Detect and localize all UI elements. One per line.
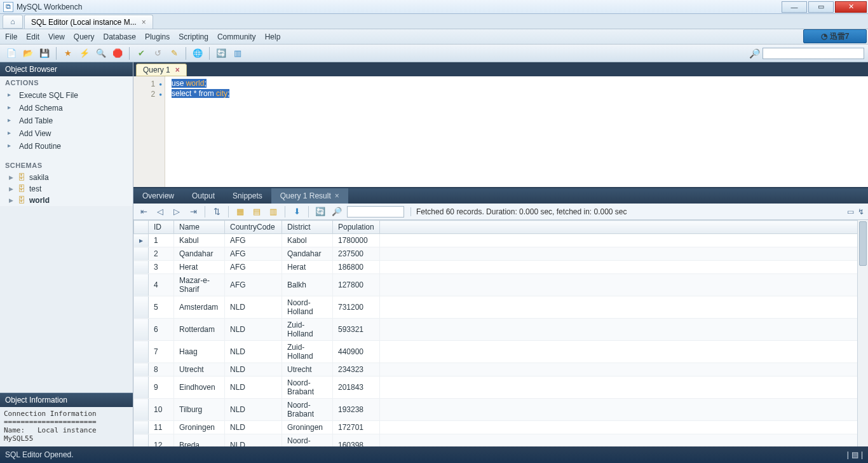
close-icon[interactable]: × [175,66,180,74]
menu-help[interactable]: Help [265,32,281,41]
cell[interactable]: Noord-Brabant [282,377,333,399]
column-countrycode[interactable]: CountryCode [225,221,282,234]
cell[interactable]: Mazar-e-Sharif [174,274,225,296]
cell[interactable]: NLD [225,363,282,377]
menu-community[interactable]: Community [217,32,256,41]
cell[interactable]: 11 [149,421,174,434]
sync-icon[interactable]: 🔄 [215,47,227,60]
close-icon[interactable]: × [142,18,146,27]
tab-snippets[interactable]: Snippets [224,188,271,204]
vertical-scrollbar[interactable] [857,220,868,446]
action-add-routine[interactable]: Add Routine [0,140,133,153]
cell[interactable]: Breda [174,434,225,447]
schema-sakila[interactable]: ▶🗄sakila [0,172,133,183]
stop-icon[interactable]: 🛑 [111,47,124,60]
commit-icon[interactable]: ✔ [135,47,147,60]
cell[interactable]: 4 [149,274,174,296]
row-selector[interactable] [134,399,149,421]
menu-scripting[interactable]: Scripting [179,32,208,41]
cell[interactable]: 237500 [333,247,380,261]
cell[interactable]: AFG [225,247,282,261]
close-icon[interactable]: × [335,191,339,200]
cell[interactable]: 1780000 [333,234,380,247]
column-district[interactable]: District [282,221,333,234]
cell[interactable]: 1 [149,234,174,247]
cell[interactable]: 3 [149,261,174,274]
autocommit-icon[interactable]: ✎ [168,47,180,60]
last-record-icon[interactable]: ⇥ [187,205,200,218]
cell[interactable]: AFG [225,234,282,247]
output-icon[interactable]: ▥ [231,47,244,60]
rollback-icon[interactable]: ↺ [151,47,164,60]
cell[interactable]: Zuid-Holland [282,319,333,341]
table-row[interactable]: 6RotterdamNLDZuid-Holland593321 [134,319,868,341]
row-selector[interactable] [134,319,149,341]
cell[interactable]: Kabul [174,234,225,247]
cell[interactable]: Noord-Holland [282,296,333,319]
row-selector[interactable] [134,434,149,447]
wrap-icon[interactable]: ▥ [267,205,280,218]
row-selector[interactable] [134,261,149,274]
editor-tab-query1[interactable]: Query 1 × [136,64,187,76]
export-icon[interactable]: ⬇ [290,205,303,218]
cell[interactable]: NLD [225,341,282,363]
cell[interactable]: 127800 [333,274,380,296]
prev-record-icon[interactable]: ◁ [154,205,166,218]
schema-test[interactable]: ▶🗄test [0,183,133,195]
open-sql-icon[interactable]: 📂 [22,47,34,60]
first-record-icon[interactable]: ⇤ [137,205,150,218]
cell[interactable]: Rotterdam [174,319,225,341]
explain-icon[interactable]: 🔍 [95,47,107,60]
cell[interactable]: NLD [225,377,282,399]
cell[interactable]: 201843 [333,377,380,399]
table-row[interactable]: 11GroningenNLDGroningen172701 [134,421,868,434]
filter-input[interactable] [347,206,404,218]
cell[interactable]: Tilburg [174,399,225,421]
cell[interactable]: 2 [149,247,174,261]
execute-icon[interactable]: ⚡ [78,47,91,60]
table-row[interactable]: 9EindhovenNLDNoord-Brabant201843 [134,377,868,399]
cell[interactable]: Utrecht [282,363,333,377]
cell[interactable]: Utrecht [174,363,225,377]
cell[interactable]: Qandahar [174,247,225,261]
row-selector[interactable] [134,363,149,377]
result-grid[interactable]: IDNameCountryCodeDistrictPopulation▸1Kab… [133,220,868,446]
cell[interactable]: NLD [225,399,282,421]
table-row[interactable]: 12BredaNLDNoord-Brabant160398 [134,434,868,447]
table-row[interactable]: 10TilburgNLDNoord-Brabant193238 [134,399,868,421]
action-add-table[interactable]: Add Table [0,114,133,127]
table-row[interactable]: 5AmsterdamNLDNoord-Holland731200 [134,296,868,319]
cell[interactable]: Herat [174,261,225,274]
cell[interactable]: AFG [225,274,282,296]
cell[interactable]: Kabol [282,234,333,247]
cell[interactable]: 193238 [333,399,380,421]
sort-icon[interactable]: ⇅ [210,205,223,218]
cell[interactable]: 186800 [333,261,380,274]
table-row[interactable]: 8UtrechtNLDUtrecht234323 [134,363,868,377]
star-icon[interactable]: ★ [62,47,74,60]
cell[interactable]: Noord-Brabant [282,399,333,421]
column-id[interactable]: ID [149,221,174,234]
row-selector[interactable] [134,274,149,296]
refresh-icon[interactable]: 🔄 [314,205,327,218]
grid-view-icon[interactable]: ▦ [234,205,247,218]
search-icon[interactable]: 🔎 [749,48,760,59]
menu-file[interactable]: File [5,32,17,41]
save-icon[interactable]: 💾 [38,47,51,60]
cell[interactable]: 7 [149,341,174,363]
row-selector[interactable] [134,421,149,434]
cell[interactable]: Zuid-Holland [282,341,333,363]
cell[interactable]: 6 [149,319,174,341]
cell[interactable]: 593321 [333,319,380,341]
action-execute-sql-file[interactable]: Execute SQL File [0,89,133,102]
form-view-icon[interactable]: ▤ [250,205,263,218]
xunlei-badge[interactable]: ◔迅雷7 [803,29,867,43]
cell[interactable]: 160398 [333,434,380,447]
search-input[interactable] [763,48,864,59]
row-selector[interactable]: ▸ [134,234,149,247]
cell[interactable]: NLD [225,319,282,341]
dock-icon[interactable]: ▭ [847,207,854,216]
pin-icon[interactable]: ↯ [858,207,864,216]
table-row[interactable]: 2QandaharAFGQandahar237500 [134,247,868,261]
code-editor[interactable]: 1●2● use world;select * from city; [133,76,868,188]
